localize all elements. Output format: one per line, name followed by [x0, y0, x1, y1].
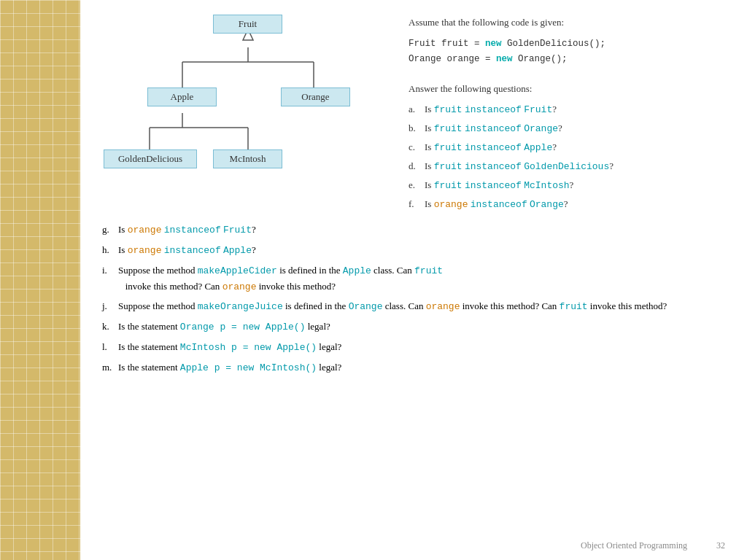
qa-item-e: e. Is fruit instanceof McIntosh? — [409, 177, 657, 194]
sidebar — [0, 0, 80, 560]
uml-box-fruit: Fruit — [213, 15, 282, 34]
lq-item-k: k. Is the statement Orange p = new Apple… — [102, 319, 725, 335]
lq-item-g: g. Is orange instanceof Fruit? — [102, 222, 725, 238]
lq-item-h: h. Is orange instanceof Apple? — [102, 243, 725, 259]
answer-title: Answer the following questions: — [409, 81, 657, 97]
footer: Object Oriented Programming 32 — [581, 540, 725, 551]
lq-item-i: i. Suppose the method makeAppleCider is … — [102, 263, 725, 295]
uml-diagram: Fruit Apple Orange GoldenDelicious McInt… — [102, 15, 394, 190]
assume-text: Assume that the following code is given: — [409, 15, 657, 31]
qa-item-f: f. Is orange instanceof Orange? — [409, 196, 657, 213]
uml-box-mcintosh: McIntosh — [213, 149, 282, 168]
uml-box-golden: GoldenDelicious — [104, 149, 197, 168]
code-line-2: Orange orange = new Orange(); — [409, 52, 657, 67]
lq-item-m: m. Is the statement Apple p = new McInto… — [102, 360, 725, 376]
footer-title: Object Oriented Programming — [581, 540, 687, 551]
lq-item-l: l. Is the statement McIntosh p = new App… — [102, 340, 725, 356]
lower-questions: g. Is orange instanceof Fruit? h. Is ora… — [102, 222, 725, 376]
qa-item-d: d. Is fruit instanceof GoldenDelicious? — [409, 158, 657, 175]
code-block: Fruit fruit = new GoldenDelicious(); Ora… — [409, 36, 657, 68]
answer-section: Answer the following questions: a. Is fr… — [409, 81, 657, 214]
code-line-1: Fruit fruit = new GoldenDelicious(); — [409, 36, 657, 52]
qa-item-a: a. Is fruit instanceof Fruit? — [409, 101, 657, 118]
footer-page: 32 — [716, 540, 725, 551]
main-content: Fruit Apple Orange GoldenDelicious McInt… — [80, 0, 747, 560]
uml-box-orange: Orange — [281, 88, 350, 106]
qa-item-c: c. Is fruit instanceof Apple? — [409, 139, 657, 156]
lq-item-j: j. Suppose the method makeOrangeJuice is… — [102, 299, 725, 315]
qa-item-b: b. Is fruit instanceof Orange? — [409, 120, 657, 137]
uml-box-apple: Apple — [147, 88, 217, 106]
right-panel: Assume that the following code is given:… — [409, 15, 657, 215]
